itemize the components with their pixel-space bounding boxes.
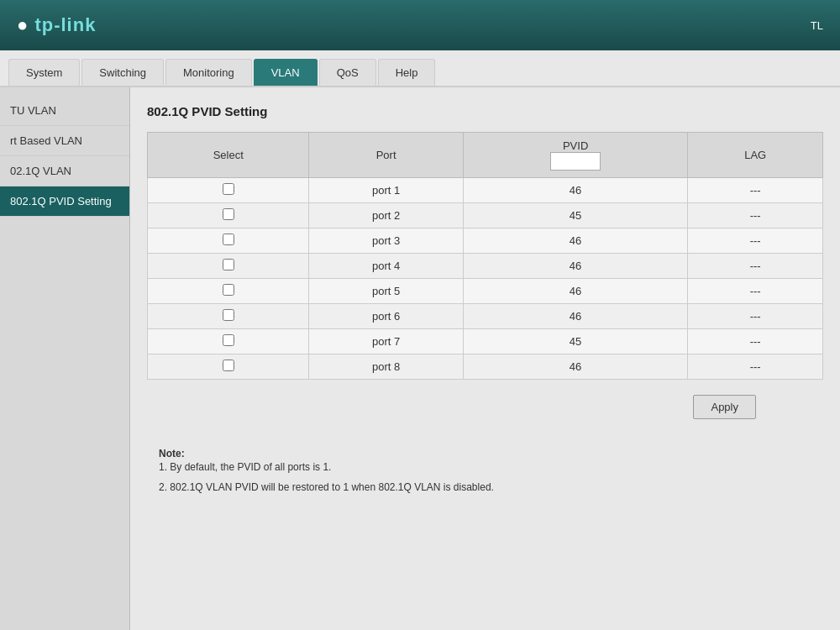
content-area: 802.1Q PVID Setting Select Port PVID LAG… xyxy=(130,87,840,630)
row-checkbox-5[interactable] xyxy=(223,284,234,296)
lag-cell-5: --- xyxy=(688,279,823,304)
row-checkbox-8[interactable] xyxy=(223,360,234,371)
port-cell-4: port 4 xyxy=(309,254,463,279)
pvid-cell-3: 46 xyxy=(463,228,688,254)
pvid-cell-5: 46 xyxy=(463,279,688,304)
logo: ● tp-link xyxy=(17,14,96,36)
col-pvid: PVID xyxy=(463,133,688,178)
note-line-1: 1. By default, the PVID of all ports is … xyxy=(159,459,811,475)
lag-cell-1: --- xyxy=(688,178,823,203)
logo-text: tp-link xyxy=(34,14,96,35)
table-row: port 745--- xyxy=(148,329,823,354)
page-title: 802.1Q PVID Setting xyxy=(147,104,823,118)
lag-cell-3: --- xyxy=(688,228,823,254)
pvid-cell-8: 46 xyxy=(463,354,688,380)
notes-section: Note: 1. By default, the PVID of all por… xyxy=(147,436,823,512)
row-checkbox-3[interactable] xyxy=(223,234,234,245)
table-row: port 245--- xyxy=(148,203,823,228)
lag-cell-7: --- xyxy=(688,329,823,354)
sidebar-item-802q-vlan[interactable]: 02.1Q VLAN xyxy=(0,156,129,186)
col-port: Port xyxy=(309,133,463,178)
lag-cell-4: --- xyxy=(688,254,823,279)
table-row: port 546--- xyxy=(148,279,823,304)
port-cell-2: port 2 xyxy=(309,203,463,228)
port-cell-6: port 6 xyxy=(309,304,463,329)
port-cell-8: port 8 xyxy=(309,354,463,380)
tab-switching[interactable]: Switching xyxy=(81,59,164,86)
port-cell-5: port 5 xyxy=(309,279,463,304)
nav-bar: System Switching Monitoring VLAN QoS Hel… xyxy=(0,50,840,87)
pvid-cell-2: 45 xyxy=(463,203,688,228)
col-select: Select xyxy=(148,133,309,178)
row-checkbox-2[interactable] xyxy=(223,208,234,220)
sidebar-item-port-based-vlan[interactable]: rt Based VLAN xyxy=(0,126,129,156)
tab-qos[interactable]: QoS xyxy=(319,59,376,86)
sidebar-item-tu-vlan[interactable]: TU VLAN xyxy=(0,96,129,126)
table-row: port 346--- xyxy=(148,228,823,254)
apply-button[interactable]: Apply xyxy=(693,395,756,419)
table-row: port 846--- xyxy=(148,354,823,380)
port-cell-3: port 3 xyxy=(309,228,463,254)
table-row: port 646--- xyxy=(148,304,823,329)
notes-title: Note: xyxy=(159,448,185,459)
port-cell-1: port 1 xyxy=(309,178,463,203)
tab-monitoring[interactable]: Monitoring xyxy=(165,59,252,86)
header: ● tp-link TL xyxy=(0,0,840,50)
pvid-cell-7: 45 xyxy=(463,329,688,354)
pvid-cell-4: 46 xyxy=(463,254,688,279)
tab-system[interactable]: System xyxy=(8,59,80,86)
main-container: TU VLAN rt Based VLAN 02.1Q VLAN 802.1Q … xyxy=(0,87,840,630)
apply-row: Apply xyxy=(147,386,823,419)
row-checkbox-7[interactable] xyxy=(223,334,234,346)
pvid-header-input[interactable] xyxy=(550,152,601,171)
sidebar-item-802q-pvid[interactable]: 802.1Q PVID Setting xyxy=(0,186,129,217)
pvid-table: Select Port PVID LAG port 146---port 245… xyxy=(147,132,823,380)
lag-cell-2: --- xyxy=(688,203,823,228)
sidebar: TU VLAN rt Based VLAN 02.1Q VLAN 802.1Q … xyxy=(0,87,130,630)
lag-cell-8: --- xyxy=(688,354,823,380)
table-row: port 446--- xyxy=(148,254,823,279)
tab-help[interactable]: Help xyxy=(378,59,436,86)
lag-cell-6: --- xyxy=(688,304,823,329)
row-checkbox-1[interactable] xyxy=(223,183,234,195)
note-line-2: 2. 802.1Q VLAN PVID will be restored to … xyxy=(159,480,811,495)
row-checkbox-4[interactable] xyxy=(223,259,234,270)
port-cell-7: port 7 xyxy=(309,329,463,354)
pvid-cell-1: 46 xyxy=(463,178,688,203)
table-row: port 146--- xyxy=(148,178,823,203)
header-corner: TL xyxy=(811,19,823,32)
col-lag: LAG xyxy=(688,133,823,178)
pvid-cell-6: 46 xyxy=(463,304,688,329)
row-checkbox-6[interactable] xyxy=(223,309,234,321)
tab-vlan[interactable]: VLAN xyxy=(254,59,318,86)
